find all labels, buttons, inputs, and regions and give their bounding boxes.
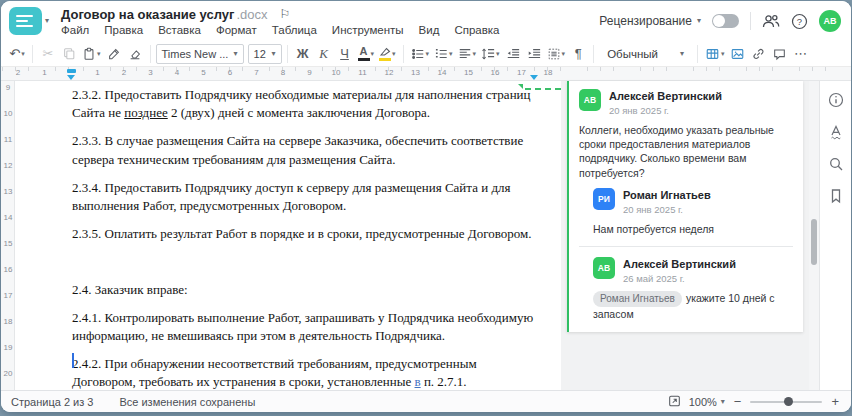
bullet-list-button[interactable]: ▾ (409, 43, 432, 64)
menu-bar: Файл Правка Вставка Формат Таблица Инстр… (61, 24, 599, 36)
menu-tools[interactable]: Инструменты (332, 24, 404, 36)
document-area: 91011121314151617181920 2.3.2. Предостав… (1, 81, 851, 390)
bookmark-icon[interactable] (826, 185, 846, 206)
divider (750, 12, 751, 30)
paragraph-2-4: 2.4. Заказчик вправе: (72, 281, 538, 299)
document-title: Договор на оказание услуг (61, 7, 234, 22)
font-color-button[interactable]: А ▾ (356, 43, 377, 64)
document-text[interactable]: 2.3.2. Предоставить Подрядчику необходим… (72, 86, 538, 401)
comment-author: Роман Игнатьев (623, 188, 711, 201)
paste-icon[interactable]: ▾ (80, 43, 103, 64)
zoom-value-dropdown[interactable]: 100%▾ (689, 396, 725, 408)
avatar: РИ (593, 188, 615, 210)
undo-button[interactable]: ↶▾ (7, 43, 27, 64)
comment-date: 20 янв 2025 г. (609, 105, 722, 116)
comment-thread-card[interactable]: АВ Алексей Вертинский 20 янв 2025 г. Кол… (567, 81, 803, 332)
align-left-button[interactable]: ▾ (456, 43, 479, 64)
user-avatar[interactable]: АВ (819, 10, 841, 32)
right-sidebar (819, 81, 851, 390)
comment-reply[interactable]: РИ Роман Игнатьев 20 янв 2025 г. Нам пот… (593, 188, 793, 236)
comment-reply[interactable]: АВ Алексей Вертинский 26 май 2025 г. Ром… (593, 257, 793, 322)
scrollbar[interactable] (809, 81, 819, 390)
comment-anchor-arrow (518, 84, 523, 89)
page-indicator[interactable]: Страница 2 из 3 (11, 396, 93, 408)
document-extension: .docx (236, 7, 267, 22)
comment[interactable]: АВ Алексей Вертинский 20 янв 2025 г. Кол… (579, 89, 793, 180)
mention-badge[interactable]: Роман Игнатьев (593, 291, 682, 308)
highlight-color-button[interactable]: ▾ (377, 43, 398, 64)
bold-button[interactable]: Ж (293, 43, 313, 64)
line-spacing-button[interactable]: ▾ (479, 43, 502, 64)
menu-view[interactable]: Вид (419, 24, 440, 36)
status-bar: Страница 2 из 3 Все изменения сохранены … (1, 390, 851, 412)
insert-image-button[interactable] (728, 43, 748, 64)
paragraph-borders-button[interactable]: ▾ (545, 43, 568, 64)
more-tools-button[interactable]: ⋯ (791, 43, 811, 64)
menu-edit[interactable]: Правка (104, 24, 143, 36)
cut-button[interactable]: ✂ (38, 43, 58, 64)
collaborators-icon[interactable] (762, 13, 780, 29)
menu-file[interactable]: Файл (61, 24, 89, 36)
review-mode-dropdown[interactable]: Рецензирование ▾ (599, 14, 701, 28)
show-paragraph-marks-button[interactable]: ¶ (568, 43, 588, 64)
document-page[interactable]: 2.3.2. Предоставить Подрядчику необходим… (15, 81, 561, 390)
insert-link-button[interactable] (749, 43, 769, 64)
vertical-ruler[interactable]: 91011121314151617181920 (1, 81, 15, 390)
app-menu-button[interactable]: ▾ (9, 1, 49, 41)
zoom-slider[interactable] (750, 401, 822, 403)
first-line-indent-marker[interactable] (67, 69, 76, 73)
toolbar: ↶▾ ✂ ▾ Times New ...▾ 12▾ Ж К Ч А ▾ (1, 41, 851, 67)
right-indent-marker[interactable] (530, 75, 538, 80)
paragraph-2-3-4: 2.3.4. Предоставить Подрядчику доступ к … (72, 179, 538, 216)
numbered-list-button[interactable]: ▾ (432, 43, 455, 64)
menu-help[interactable]: Справка (454, 24, 499, 36)
clear-format-icon[interactable] (125, 43, 145, 64)
comments-panel: АВ Алексей Вертинский 20 янв 2025 г. Кол… (561, 81, 809, 390)
search-icon[interactable] (826, 153, 846, 174)
divider (579, 246, 793, 247)
help-icon[interactable]: ? (791, 13, 808, 30)
paragraph-style-select[interactable]: Обычный▾ (599, 48, 692, 60)
menu-table[interactable]: Таблица (272, 24, 317, 36)
paragraph-2-4-1: 2.4.1. Контролировать выполнение Работ, … (72, 309, 538, 346)
decrease-indent-button[interactable] (503, 43, 523, 64)
paragraph-2-4-2: 2.4.2. При обнаружении несоответствий тр… (72, 355, 538, 392)
avatar: АВ (593, 257, 615, 279)
underline-button[interactable]: Ч (335, 43, 355, 64)
add-comment-button[interactable] (770, 43, 790, 64)
menu-format[interactable]: Формат (216, 24, 257, 36)
flag-icon[interactable]: ⚐ (280, 7, 291, 21)
font-name-select[interactable]: Times New ...▾ (156, 44, 244, 64)
comment-date: 20 янв 2025 г. (623, 204, 711, 215)
comment-text: Коллеги, необходимо указать реальные сро… (579, 123, 793, 180)
chevron-down-icon: ▾ (721, 398, 725, 406)
track-changes-toggle[interactable] (712, 14, 739, 28)
paragraph-2-3-2: 2.3.2. Предоставить Подрядчику необходим… (72, 86, 538, 123)
format-painter-icon[interactable] (104, 43, 124, 64)
app-window: ▾ Договор на оказание услуг .docx ⚐ Файл… (1, 1, 851, 412)
comment-anchor-line (525, 88, 561, 90)
h-ruler-numbers: 21123456789101112131415161718 (1, 67, 851, 80)
spellcheck-icon[interactable] (826, 121, 846, 142)
font-size-select[interactable]: 12▾ (248, 44, 282, 64)
italic-button[interactable]: К (314, 43, 334, 64)
info-icon[interactable] (826, 89, 846, 110)
comment-author: Алексей Вертинский (609, 89, 722, 102)
paragraph-2-3-5: 2.3.5. Оплатить результат Работ в порядк… (72, 225, 538, 243)
comment-date: 26 май 2025 г. (623, 273, 736, 284)
scrollbar-thumb[interactable] (811, 219, 817, 265)
zoom-in-button[interactable]: + (829, 394, 841, 409)
avatar: АВ (579, 89, 601, 111)
menu-insert[interactable]: Вставка (158, 24, 201, 36)
copy-icon[interactable] (59, 43, 79, 64)
paragraph-2-3-3: 2.3.3. В случае размещения Сайта на серв… (72, 132, 538, 169)
app-logo-icon (9, 7, 42, 35)
left-indent-marker[interactable] (67, 75, 75, 80)
increase-indent-button[interactable] (524, 43, 544, 64)
zoom-slider-knob[interactable] (784, 397, 793, 406)
horizontal-ruler[interactable]: 21123456789101112131415161718 (1, 67, 851, 81)
fit-width-icon[interactable] (667, 394, 682, 410)
zoom-out-button[interactable]: − (732, 394, 744, 409)
header: ▾ Договор на оказание услуг .docx ⚐ Файл… (1, 1, 851, 41)
insert-table-button[interactable]: ▾ (703, 43, 727, 64)
